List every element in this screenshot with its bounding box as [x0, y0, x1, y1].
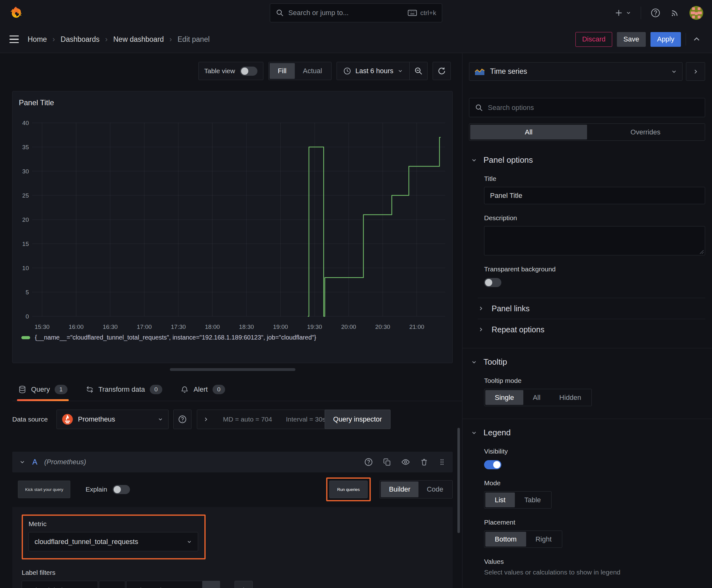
svg-text:15: 15	[22, 240, 29, 247]
resize-grip-icon[interactable]	[699, 249, 704, 254]
kick-start-query-button[interactable]: Kick start your query	[18, 481, 70, 498]
breadcrumb: Home › Dashboards › New dashboard › Edit…	[28, 35, 210, 44]
panel-resize-handle[interactable]	[170, 368, 296, 371]
explain-control: Explain	[85, 485, 130, 494]
duplicate-query-button[interactable]	[383, 458, 391, 466]
global-search[interactable]: ctrl+k	[270, 3, 442, 22]
table-view-toggle[interactable]	[240, 67, 257, 76]
legend-visibility-toggle[interactable]	[484, 460, 501, 469]
add-filter-button[interactable]	[235, 581, 253, 588]
tab-all[interactable]: All	[470, 125, 587, 140]
delete-query-button[interactable]	[420, 458, 428, 466]
query-inspector-button[interactable]: Query inspector	[325, 410, 390, 429]
query-row-header[interactable]: A (Prometheus)	[12, 452, 453, 472]
metric-select[interactable]: cloudflared_tunnel_total_requests	[28, 532, 198, 551]
grafana-logo[interactable]	[9, 6, 23, 20]
tooltip-hidden-option[interactable]: Hidden	[550, 390, 591, 405]
metric-label: Metric	[28, 520, 198, 528]
collapse-options-button[interactable]	[691, 35, 703, 43]
query-options-collapsed[interactable]: MD = auto = 704 Interval = 30s	[197, 410, 333, 429]
select-label-placeholder: Select label	[27, 586, 63, 588]
tooltip-header[interactable]: Tooltip	[469, 357, 705, 367]
viz-suggestions-button[interactable]	[686, 62, 705, 81]
placement-right-option[interactable]: Right	[526, 532, 561, 547]
select-label-dropdown[interactable]: Select label	[22, 581, 98, 588]
chevron-right-icon	[203, 416, 209, 422]
options-search[interactable]	[469, 98, 705, 117]
fill-option[interactable]: Fill	[270, 63, 295, 79]
drag-handle[interactable]	[438, 458, 446, 466]
tab-alert[interactable]: Alert 0	[180, 378, 225, 401]
plus-icon	[239, 586, 248, 588]
legend-list-option[interactable]: List	[486, 492, 515, 507]
visualization-picker[interactable]: Time series	[469, 62, 683, 81]
tab-query[interactable]: Query 1	[18, 378, 67, 401]
repeat-options-section[interactable]: Repeat options	[469, 319, 705, 340]
select-value-dropdown[interactable]: Select value	[126, 581, 202, 588]
placement-bottom-option[interactable]: Bottom	[486, 532, 526, 547]
panel-title[interactable]: Panel Title	[18, 98, 448, 107]
chevron-down-icon	[471, 157, 477, 163]
panel-title-input[interactable]	[484, 187, 705, 204]
breadcrumb-new-dashboard[interactable]: New dashboard	[113, 35, 164, 44]
vertical-scrollbar[interactable]	[457, 428, 460, 533]
chevron-down-icon	[157, 417, 163, 422]
legend-series-name[interactable]: {__name__="cloudflared_tunnel_total_requ…	[35, 334, 316, 341]
svg-text:40: 40	[22, 120, 29, 126]
breadcrumb-dashboards[interactable]: Dashboards	[61, 35, 100, 44]
avatar[interactable]	[689, 6, 703, 20]
explain-toggle[interactable]	[113, 485, 130, 494]
new-menu-button[interactable]	[614, 8, 631, 17]
tooltip-mode-group: Single All Hidden	[484, 389, 592, 406]
search-input[interactable]	[288, 9, 404, 17]
toggle-visibility-button[interactable]	[401, 458, 410, 466]
remove-filter-button[interactable]	[202, 581, 220, 588]
news-button[interactable]	[670, 8, 680, 18]
table-view-control: Table view	[198, 62, 263, 80]
panel-links-section[interactable]: Panel links	[469, 298, 705, 319]
tab-overrides[interactable]: Overrides	[587, 125, 704, 140]
query-help-button[interactable]	[364, 458, 373, 466]
transparent-background-toggle[interactable]	[484, 278, 501, 287]
legend-header[interactable]: Legend	[469, 428, 705, 438]
svg-text:20:00: 20:00	[341, 323, 356, 330]
tooltip-all-option[interactable]: All	[523, 390, 550, 405]
legend-swatch[interactable]	[21, 336, 30, 339]
actual-option[interactable]: Actual	[295, 63, 330, 79]
breadcrumb-home[interactable]: Home	[28, 35, 47, 44]
datasource-picker[interactable]: Prometheus	[57, 410, 169, 429]
apply-button[interactable]: Apply	[650, 32, 681, 47]
chevron-down-icon	[19, 459, 25, 465]
svg-text:21:00: 21:00	[409, 323, 425, 330]
panel-options-header[interactable]: Panel options	[469, 155, 705, 165]
time-range-picker[interactable]: Last 6 hours	[337, 67, 409, 75]
code-option[interactable]: Code	[418, 482, 451, 497]
run-queries-button[interactable]: Run queries	[329, 481, 368, 498]
refresh-button[interactable]	[433, 62, 451, 80]
svg-text:19:30: 19:30	[307, 323, 322, 330]
query-ref-id: A	[33, 458, 37, 466]
editor-tabs: Query 1 Transform data 0 Alert 0	[12, 378, 462, 401]
actions-divider	[686, 33, 686, 45]
tooltip-single-option[interactable]: Single	[486, 390, 523, 405]
builder-option[interactable]: Builder	[381, 482, 418, 497]
query-editor-row: A (Prometheus) Kick start your query Exp…	[12, 452, 453, 588]
options-search-input[interactable]	[488, 104, 699, 112]
description-textarea[interactable]	[484, 226, 705, 255]
legend-table-option[interactable]: Table	[515, 492, 550, 507]
svg-text:19:00: 19:00	[273, 323, 288, 330]
legend-values-help: Select values or calculations to show in…	[484, 569, 705, 576]
save-button[interactable]: Save	[617, 32, 646, 47]
discard-button[interactable]: Discard	[576, 32, 612, 47]
timeseries-chart[interactable]: 051015202530354015:3016:0016:3017:0017:3…	[18, 116, 448, 333]
chevron-down-icon	[397, 68, 403, 74]
tab-transform-data[interactable]: Transform data 0	[86, 378, 163, 401]
datasource-help-button[interactable]	[173, 410, 192, 429]
refresh-icon	[437, 67, 446, 76]
help-button[interactable]	[650, 8, 661, 18]
operator-dropdown[interactable]: =	[99, 581, 125, 588]
help-icon	[178, 415, 187, 424]
legend-placement-label: Placement	[484, 519, 705, 526]
zoom-out-button[interactable]	[410, 62, 427, 80]
menu-toggle-button[interactable]	[9, 36, 19, 43]
